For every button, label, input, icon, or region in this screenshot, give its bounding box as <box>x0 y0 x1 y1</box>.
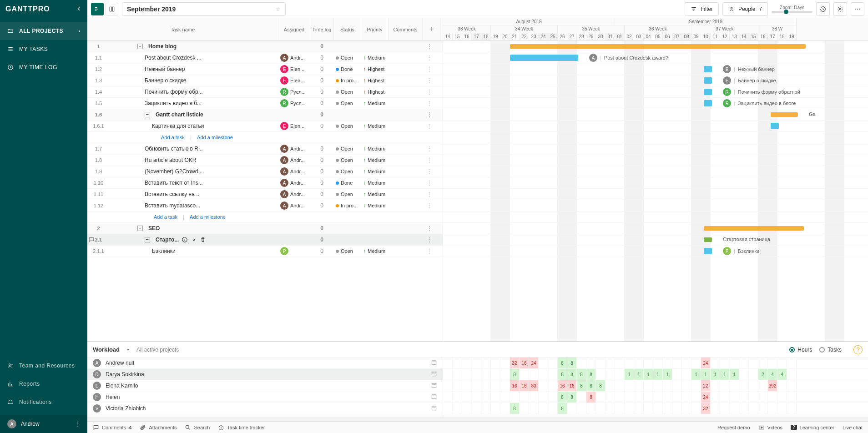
day-cell[interactable]: 15 <box>749 33 758 40</box>
gantt-bar[interactable]: A|Post about Crozdesk award? <box>510 55 578 61</box>
cell-assigned[interactable]: AAndr... <box>278 145 310 153</box>
workload-cell[interactable] <box>777 380 787 391</box>
workload-cell[interactable] <box>730 380 739 391</box>
workload-cell[interactable] <box>615 357 625 368</box>
workload-person-row[interactable]: AAndrew null <box>87 357 443 369</box>
workload-cell[interactable] <box>596 369 606 380</box>
row-menu-icon[interactable]: ⋮ <box>423 237 436 243</box>
calendar-icon[interactable] <box>431 359 437 367</box>
workload-cell[interactable] <box>481 380 491 391</box>
workload-cell[interactable] <box>711 357 720 368</box>
workload-cell[interactable] <box>739 392 749 403</box>
cell-status[interactable]: Done <box>334 180 361 186</box>
zoom-control[interactable]: Zoom: Days <box>772 5 812 13</box>
workload-cell[interactable] <box>644 357 653 368</box>
workload-cell[interactable] <box>539 380 548 391</box>
workload-cell[interactable] <box>548 392 558 403</box>
workload-cell[interactable]: 1 <box>720 369 730 380</box>
cell-assigned[interactable]: AAndr... <box>278 179 310 187</box>
day-cell[interactable]: 05 <box>653 33 663 40</box>
workload-cell[interactable]: 16 <box>520 357 529 368</box>
footer-attachments[interactable]: Attachments <box>140 424 177 431</box>
trash-icon[interactable] <box>200 237 206 243</box>
task-row[interactable]: 1.3 Баннер о скидке EElen... 0 In pro...… <box>87 75 443 86</box>
workload-cell[interactable] <box>615 392 625 403</box>
workload-cell[interactable] <box>606 392 615 403</box>
timeline-row[interactable] <box>443 155 868 166</box>
timeline-row[interactable] <box>443 177 868 189</box>
workload-cell[interactable] <box>749 357 758 368</box>
gantt-bar[interactable]: E|Нежный баннер <box>704 66 712 72</box>
workload-cell[interactable] <box>634 403 644 414</box>
workload-cell[interactable] <box>758 380 768 391</box>
cell-priority[interactable]: ↑Medium <box>361 55 389 61</box>
cell-status[interactable]: Open <box>334 191 361 197</box>
help-icon[interactable]: ? <box>853 345 863 354</box>
workload-cell[interactable]: 80 <box>529 380 539 391</box>
sidebar-collapse-icon[interactable] <box>76 5 82 13</box>
day-cell[interactable]: 06 <box>663 33 672 40</box>
task-row[interactable]: 1.6.1 Картинка для статьи EElen... 0 Ope… <box>87 121 443 132</box>
cell-assigned[interactable]: EElen... <box>278 65 310 73</box>
workload-cell[interactable] <box>500 403 510 414</box>
sidebar-item-my-tasks[interactable]: MY TASKS <box>0 40 87 58</box>
cell-timelog[interactable]: 0 <box>310 157 334 163</box>
gantt-bar[interactable] <box>771 123 779 129</box>
cell-timelog[interactable]: 0 <box>310 248 334 254</box>
workload-cell[interactable]: 1 <box>663 369 672 380</box>
workload-cell[interactable] <box>577 392 586 403</box>
workload-cell[interactable] <box>758 403 768 414</box>
workload-cell[interactable] <box>472 357 481 368</box>
workload-cell[interactable]: 4 <box>777 369 787 380</box>
workload-cell[interactable] <box>443 403 453 414</box>
cell-status[interactable]: Open <box>334 248 361 254</box>
workload-cell[interactable] <box>481 403 491 414</box>
day-cell[interactable]: 19 <box>787 33 797 40</box>
workload-cell[interactable] <box>663 392 672 403</box>
workload-cell[interactable] <box>644 392 653 403</box>
workload-cell[interactable] <box>500 392 510 403</box>
history-icon[interactable] <box>816 2 830 16</box>
workload-cell[interactable] <box>672 392 682 403</box>
workload-cell[interactable]: 1 <box>711 369 720 380</box>
timeline-row[interactable]: R|Починить форму обратной <box>443 86 868 98</box>
workload-person-row[interactable]: HHelen <box>87 392 443 403</box>
gantt-bar[interactable]: P|Бэклинки <box>704 248 712 254</box>
workload-cell[interactable] <box>500 380 510 391</box>
cell-timelog[interactable]: 0 <box>310 202 334 209</box>
task-row[interactable]: 2 −SEO 0 ⋮ <box>87 223 443 234</box>
cell-priority[interactable]: ↑Highest <box>361 66 389 72</box>
day-cell[interactable]: 18 <box>481 33 491 40</box>
workload-cell[interactable] <box>720 357 730 368</box>
cell-status[interactable]: Open <box>334 89 361 95</box>
workload-cell[interactable] <box>548 380 558 391</box>
cell-priority[interactable]: ↑Medium <box>361 168 389 175</box>
workload-cell[interactable] <box>777 403 787 414</box>
day-cell[interactable]: 31 <box>606 33 615 40</box>
day-cell[interactable]: 19 <box>491 33 500 40</box>
day-cell[interactable]: 09 <box>691 33 701 40</box>
workload-cell[interactable] <box>768 392 777 403</box>
cell-status[interactable]: Open <box>334 55 361 60</box>
workload-cell[interactable] <box>644 403 653 414</box>
workload-cell[interactable] <box>520 403 529 414</box>
sidebar-item-my-time-log[interactable]: MY TIME LOG <box>0 58 87 76</box>
timeline-row[interactable] <box>443 189 868 200</box>
row-menu-icon[interactable]: ⋮ <box>423 77 436 84</box>
workload-cell[interactable] <box>481 369 491 380</box>
workload-cell[interactable] <box>472 380 481 391</box>
workload-cell[interactable] <box>606 380 615 391</box>
workload-cell[interactable] <box>711 380 720 391</box>
workload-cell[interactable]: 8 <box>510 403 520 414</box>
timeline-row[interactable]: R|Зациклить видео в блоге <box>443 98 868 109</box>
workload-cell[interactable] <box>749 369 758 380</box>
workload-cell[interactable] <box>672 357 682 368</box>
workload-cell[interactable] <box>711 403 720 414</box>
sidebar-item-notifications[interactable]: Notifications <box>0 393 87 411</box>
workload-cell[interactable]: 8 <box>558 403 567 414</box>
board-view-button[interactable] <box>106 3 118 15</box>
row-menu-icon[interactable]: ⋮ <box>423 123 436 129</box>
workload-cell[interactable] <box>443 380 453 391</box>
workload-cell[interactable] <box>682 357 691 368</box>
workload-cell[interactable] <box>787 380 797 391</box>
